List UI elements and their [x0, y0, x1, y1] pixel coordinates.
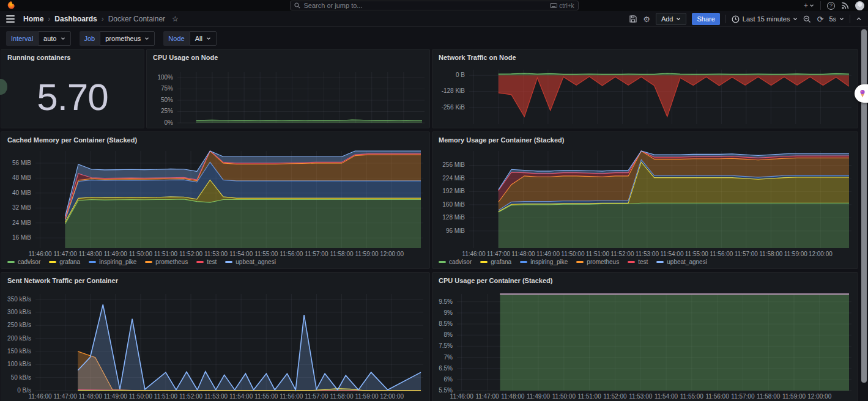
svg-text:11:52:00: 11:52:00: [179, 251, 203, 257]
panel-title[interactable]: CPU Usage per Container (Stacked): [439, 277, 552, 284]
variable-job: Job prometheus: [80, 31, 155, 46]
variable-interval-select[interactable]: auto: [38, 31, 70, 46]
panel-title[interactable]: CPU Usage on Node: [153, 54, 218, 61]
variable-job-select[interactable]: prometheus: [100, 31, 155, 46]
clock-icon: [732, 15, 740, 23]
variable-node-label: Node: [163, 31, 189, 46]
legend-item-cadvisor[interactable]: cadvisor: [7, 259, 40, 265]
legend-item-grafana[interactable]: grafana: [480, 259, 511, 265]
legend-item-prometheus[interactable]: prometheus: [576, 259, 619, 265]
variable-job-label: Job: [80, 31, 100, 46]
svg-text:11:56:00: 11:56:00: [280, 393, 303, 400]
svg-text:300 kB/s: 300 kB/s: [7, 309, 31, 315]
user-avatar[interactable]: [855, 1, 864, 10]
svg-text:12:00:00: 12:00:00: [807, 393, 831, 400]
svg-text:12:00:00: 12:00:00: [380, 251, 404, 257]
help-icon[interactable]: ?: [827, 2, 835, 10]
legend-item-upbeat_agnesi[interactable]: upbeat_agnesi: [225, 259, 276, 265]
svg-text:11:46:00: 11:46:00: [450, 393, 474, 400]
svg-text:11:51:00: 11:51:00: [154, 251, 178, 257]
svg-text:-128 KiB: -128 KiB: [442, 87, 466, 94]
svg-text:0 B: 0 B: [456, 72, 465, 78]
panel-title[interactable]: Cached Memory per Container (Stacked): [7, 136, 137, 144]
svg-text:11:54:00: 11:54:00: [655, 393, 678, 400]
svg-text:11:50:00: 11:50:00: [129, 251, 153, 257]
legend-item-test[interactable]: test: [628, 259, 648, 265]
svg-text:11:53:00: 11:53:00: [636, 251, 659, 257]
chevron-down-icon: [839, 17, 844, 21]
svg-text:100%: 100%: [157, 74, 173, 81]
svg-text:40 MiB: 40 MiB: [12, 189, 31, 196]
panel-cpu-usage-node: CPU Usage on Node 0%25%50%75%100%: [146, 49, 430, 128]
news-icon[interactable]: [841, 2, 849, 10]
dashboard-toolbar: Home › Dashboards › Docker Container ☆ ⚙…: [0, 11, 868, 27]
memory-usage-chart[interactable]: 11:46:0011:47:0011:48:0011:49:0011:50:00…: [435, 148, 853, 258]
svg-text:11:46:00: 11:46:00: [28, 393, 52, 400]
feedback-widget-button[interactable]: [855, 84, 868, 103]
svg-text:11:55:00: 11:55:00: [254, 251, 278, 257]
breadcrumb-home[interactable]: Home: [23, 15, 43, 23]
legend-swatch: [439, 261, 446, 263]
legend-item-upbeat_agnesi[interactable]: upbeat_agnesi: [656, 259, 707, 265]
refresh-interval-picker[interactable]: 5s: [829, 15, 844, 23]
legend-item-inspiring_pike[interactable]: inspiring_pike: [520, 259, 568, 265]
svg-text:224 MiB: 224 MiB: [442, 175, 465, 182]
chevron-down-icon: [793, 17, 798, 21]
svg-text:11:50:00: 11:50:00: [561, 251, 585, 257]
svg-text:11:54:00: 11:54:00: [229, 393, 253, 400]
svg-text:96 MiB: 96 MiB: [446, 227, 465, 234]
variable-node: Node All: [163, 31, 217, 46]
legend-swatch: [196, 261, 204, 263]
legend-item-inspiring_pike[interactable]: inspiring_pike: [89, 259, 136, 265]
svg-text:0%: 0%: [165, 119, 174, 126]
scrollbar-thumb[interactable]: [861, 29, 867, 383]
time-range-picker[interactable]: Last 15 minutes: [732, 15, 798, 23]
divider: [725, 15, 726, 23]
variable-node-select[interactable]: All: [190, 31, 217, 46]
svg-text:25%: 25%: [161, 108, 173, 114]
legend-item-cadvisor[interactable]: cadvisor: [439, 259, 472, 265]
save-dashboard-icon[interactable]: [629, 15, 637, 23]
svg-text:8%: 8%: [444, 331, 453, 338]
variable-interval-label: Interval: [6, 31, 38, 46]
network-node-chart[interactable]: 0 B-128 KiB-256 KiB: [435, 67, 853, 128]
chevron-up-icon: [856, 16, 862, 22]
divider: [820, 1, 821, 10]
legend-item-grafana[interactable]: grafana: [49, 259, 80, 265]
add-button[interactable]: Add: [656, 13, 687, 25]
svg-text:11:59:00: 11:59:00: [784, 251, 808, 257]
svg-text:-256 KiB: -256 KiB: [442, 104, 466, 111]
svg-text:250 kB/s: 250 kB/s: [7, 322, 31, 328]
settings-gear-icon[interactable]: ⚙: [643, 15, 650, 24]
legend-item-test[interactable]: test: [196, 259, 217, 265]
menu-icon[interactable]: [6, 15, 15, 23]
svg-text:350 kB/s: 350 kB/s: [7, 296, 31, 303]
new-button[interactable]: +: [804, 1, 814, 10]
svg-text:11:51:00: 11:51:00: [586, 251, 610, 257]
breadcrumb-dashboards[interactable]: Dashboards: [54, 15, 97, 23]
cpu-node-chart[interactable]: 0%25%50%75%100%: [149, 69, 426, 127]
collapse-toolbar-icon[interactable]: [856, 16, 862, 22]
sent-network-chart[interactable]: 11:46:0011:47:0011:48:0011:49:0011:50:00…: [4, 291, 425, 400]
panel-title[interactable]: Network Traffic on Node: [439, 54, 516, 61]
svg-text:11:47:00: 11:47:00: [54, 393, 78, 400]
cached-memory-chart[interactable]: 11:46:0011:47:0011:48:0011:49:0011:50:00…: [4, 148, 425, 258]
svg-text:11:48:00: 11:48:00: [79, 393, 103, 400]
zoom-out-icon[interactable]: [803, 15, 811, 23]
panel-title[interactable]: Running containers: [7, 54, 70, 61]
panel-title[interactable]: Sent Network Traffic per Container: [7, 277, 118, 284]
top-bar: Search or jump to... ctrl+k + ?: [0, 0, 868, 11]
legend-swatch: [480, 261, 488, 263]
share-button[interactable]: Share: [692, 13, 719, 25]
favorite-star-icon[interactable]: ☆: [172, 15, 179, 23]
cpu-containers-chart[interactable]: 11:46:0011:47:0011:48:0011:49:0011:50:00…: [435, 291, 853, 400]
svg-text:11:49:00: 11:49:00: [104, 251, 128, 257]
chevron-down-icon: [676, 17, 681, 21]
legend-item-prometheus[interactable]: prometheus: [145, 259, 188, 265]
grafana-logo[interactable]: [6, 1, 16, 10]
svg-text:11:53:00: 11:53:00: [204, 393, 228, 400]
search-input[interactable]: Search or jump to... ctrl+k: [290, 1, 579, 10]
refresh-icon[interactable]: ⟳: [817, 15, 823, 24]
svg-text:6%: 6%: [444, 376, 453, 383]
panel-title[interactable]: Memory Usage per Container (Stacked): [439, 136, 564, 144]
